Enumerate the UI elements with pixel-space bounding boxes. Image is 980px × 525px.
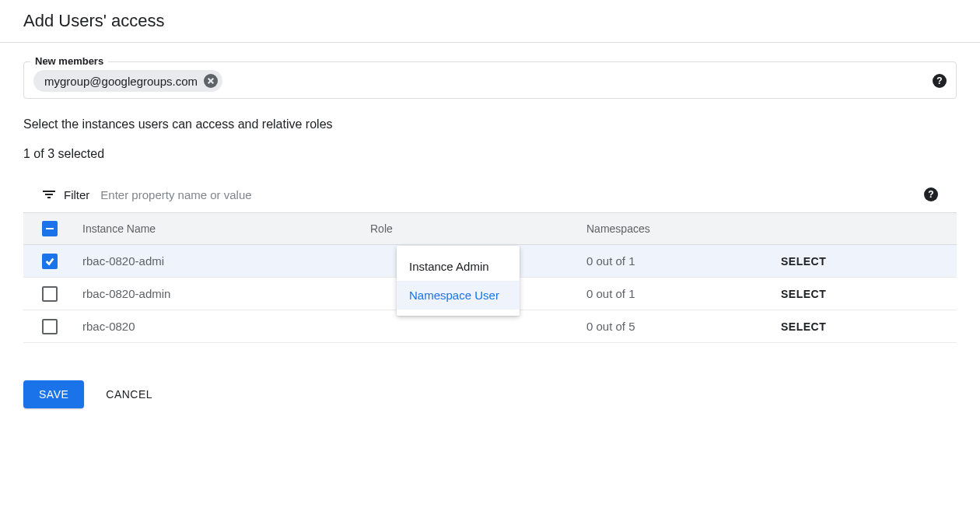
select-button[interactable]: SELECT xyxy=(781,255,826,268)
col-header-instance-name: Instance Name xyxy=(82,222,370,235)
instances-table: Instance Name Role Namespaces rbac-0820-… xyxy=(23,213,957,343)
new-members-label: New members xyxy=(30,55,108,67)
filter-bar: Filter ? xyxy=(23,177,957,213)
instance-name-cell: rbac-0820-admin xyxy=(82,287,370,300)
col-header-namespaces: Namespaces xyxy=(586,222,781,235)
col-header-role: Role xyxy=(370,222,586,235)
chip-text: mygroup@googlegroups.com xyxy=(44,75,198,88)
row-checkbox[interactable] xyxy=(42,319,58,334)
selection-count: 1 of 3 selected xyxy=(23,147,957,161)
help-icon[interactable]: ? xyxy=(924,187,938,201)
help-icon[interactable]: ? xyxy=(933,74,947,88)
role-dropdown: Instance Admin Namespace User xyxy=(397,246,520,316)
namespaces-cell: 0 out of 1 xyxy=(586,254,781,268)
namespaces-cell: 0 out of 1 xyxy=(586,287,781,300)
save-button[interactable]: SAVE xyxy=(23,380,84,408)
chips-container: mygroup@googlegroups.com ? xyxy=(33,70,947,92)
dropdown-option-namespace-user[interactable]: Namespace User xyxy=(397,281,520,310)
cancel-button[interactable]: CANCEL xyxy=(106,388,152,401)
member-chip: mygroup@googlegroups.com xyxy=(33,70,222,92)
remove-chip-icon[interactable] xyxy=(204,74,218,88)
footer-actions: SAVE CANCEL xyxy=(23,380,957,408)
instruction-text: Select the instances users can access an… xyxy=(23,117,957,131)
filter-input[interactable] xyxy=(100,188,924,201)
filter-icon xyxy=(42,187,56,201)
select-button[interactable]: SELECT xyxy=(781,288,826,300)
row-checkbox[interactable] xyxy=(42,286,58,302)
page-header: Add Users' access xyxy=(0,0,980,43)
instance-name-cell: rbac-0820 xyxy=(82,320,370,333)
instance-name-cell: rbac-0820-admi xyxy=(82,254,370,268)
page-content: New members mygroup@googlegroups.com ? S… xyxy=(0,43,980,427)
select-all-checkbox[interactable] xyxy=(42,221,58,236)
dropdown-option-instance-admin[interactable]: Instance Admin xyxy=(397,252,520,281)
table-header: Instance Name Role Namespaces xyxy=(23,213,957,245)
new-members-field[interactable]: New members mygroup@googlegroups.com ? xyxy=(23,61,957,99)
row-checkbox[interactable] xyxy=(42,254,58,269)
filter-label: Filter xyxy=(64,188,89,201)
select-button[interactable]: SELECT xyxy=(781,320,826,333)
namespaces-cell: 0 out of 5 xyxy=(586,320,781,333)
page-title: Add Users' access xyxy=(23,11,957,31)
